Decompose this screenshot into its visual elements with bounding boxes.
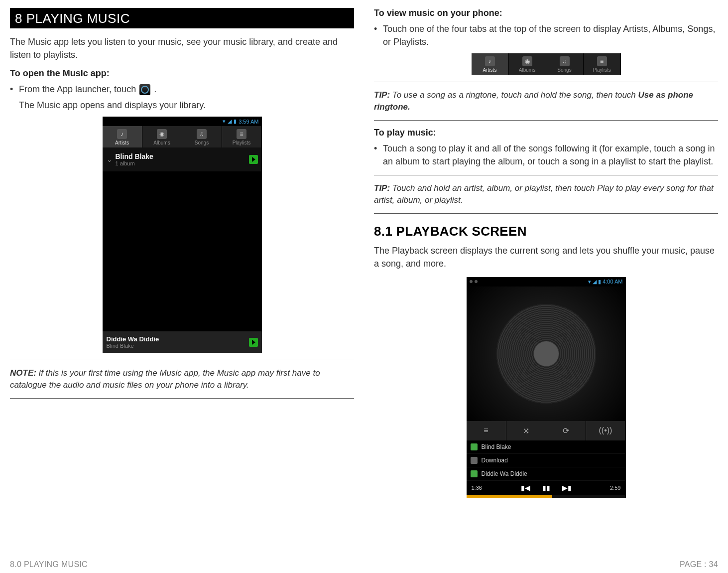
wifi-icon: ▾: [223, 118, 226, 125]
battery-icon: ▮: [598, 279, 601, 285]
divider: [10, 360, 354, 360]
note-label: NOTE:: [10, 368, 36, 378]
tip1-label: TIP:: [374, 90, 390, 100]
pause-button[interactable]: ▮▮: [542, 484, 550, 492]
now-playing-title: Diddie Wa Diddie: [107, 335, 249, 343]
tab-albums[interactable]: ◉ Albums: [142, 126, 182, 147]
section-header: 8 PLAYING MUSIC: [10, 8, 354, 28]
strip-playlists-label: Playlists: [593, 67, 611, 73]
strip-tab-playlists[interactable]: ≡ Playlists: [584, 53, 621, 75]
now-playing-artist: Blind Blake: [107, 343, 249, 349]
meta-album-row[interactable]: Download: [467, 454, 626, 467]
album-art: [467, 286, 626, 421]
view-bullet: Touch one of the four tabs at the top of…: [374, 22, 718, 48]
divider: [374, 82, 718, 82]
footer-right: PAGE : 34: [680, 560, 718, 569]
status-dot: [475, 280, 478, 283]
strip-tab-albums[interactable]: ◉ Albums: [509, 53, 546, 75]
strip-songs-label: Songs: [557, 67, 571, 73]
songs-icon: ♫: [197, 129, 207, 139]
album-icon: [471, 457, 478, 464]
artists-icon: ♪: [117, 129, 127, 139]
note-block: NOTE: If this is your first time using t…: [10, 367, 354, 391]
playlists-icon: ≡: [597, 56, 607, 66]
open-result: The Music app opens and displays your li…: [10, 99, 354, 112]
meta-track: Diddie Wa Diddie: [482, 470, 527, 477]
track-icon: [471, 470, 478, 477]
divider: [374, 213, 718, 214]
tab-artists-label: Artists: [115, 140, 129, 145]
note-body: If this is your first time using the Mus…: [10, 368, 320, 390]
playlist-button[interactable]: ≡: [467, 421, 506, 440]
artist-row[interactable]: ⌄ Blind Blake 1 album: [103, 147, 262, 172]
playback-toolbar: ≡ ⤨ ⟳ ((•)): [467, 421, 626, 440]
divider: [374, 120, 718, 121]
footer-left: 8.0 PLAYING MUSIC: [10, 560, 88, 569]
open-bullet-pre: From the App launcher, touch: [19, 84, 138, 94]
divider: [374, 175, 718, 175]
repeat-button[interactable]: ⟳: [546, 421, 586, 440]
tip1-body: To use a song as a ringtone, touch and h…: [390, 90, 638, 100]
status-time: 4:00 AM: [603, 279, 622, 285]
tabs-strip-illustration: ♪ Artists ◉ Albums ♫ Songs ≡ Playlists: [472, 53, 621, 75]
status-bar: ▾ ◢ ▮ 4:00 AM: [467, 277, 626, 286]
artists-icon: ♪: [485, 56, 495, 66]
playlists-icon: ≡: [237, 129, 246, 139]
meta-album: Download: [482, 457, 508, 464]
wifi-icon: ▾: [588, 279, 591, 285]
strip-albums-label: Albums: [519, 67, 535, 73]
status-bar: ▾ ◢ ▮ 3:59 AM: [103, 117, 262, 126]
prev-button[interactable]: ▮◀: [521, 484, 530, 492]
page-footer: 8.0 PLAYING MUSIC PAGE : 34: [10, 560, 718, 569]
divider: [10, 398, 354, 399]
subsection-title: 8.1 PLAYBACK SCREEN: [374, 224, 718, 239]
next-button[interactable]: ▶▮: [562, 484, 572, 492]
record-disc: [496, 304, 596, 404]
status-time: 3:59 AM: [239, 119, 258, 125]
strip-artists-label: Artists: [483, 67, 497, 73]
tab-albums-label: Albums: [153, 140, 170, 145]
progress-bar[interactable]: [467, 495, 626, 498]
intro-text: The Music app lets you listen to your mu…: [10, 35, 354, 61]
play-artist-button[interactable]: [249, 155, 258, 164]
albums-icon: ◉: [522, 56, 532, 66]
signal-icon: ◢: [228, 118, 232, 125]
tip2-body: Touch and hold an artist, album, or play…: [374, 183, 714, 205]
subsection-intro: The Playback screen displays the current…: [374, 244, 718, 270]
tab-artists[interactable]: ♪ Artists: [103, 126, 142, 147]
now-playing-play-button[interactable]: [249, 338, 258, 347]
progress-fill: [467, 495, 553, 498]
expand-icon: ⌄: [107, 155, 116, 163]
strip-tab-songs[interactable]: ♫ Songs: [546, 53, 584, 75]
tip2-label: TIP:: [374, 183, 390, 193]
tip1-block: TIP: To use a song as a ringtone, touch …: [374, 89, 718, 113]
artist-icon: [471, 443, 478, 450]
artist-name: Blind Blake: [116, 152, 249, 160]
time-total: 2:59: [610, 485, 620, 491]
tab-songs[interactable]: ♫ Songs: [182, 126, 222, 147]
play-heading: To play music:: [374, 128, 718, 138]
open-bullet: From the App launcher, touch .: [10, 83, 354, 96]
screenshot-playback: ▾ ◢ ▮ 4:00 AM ≡ ⤨ ⟳ ((•)) Blind Blake: [467, 277, 626, 498]
shuffle-button[interactable]: ⤨: [506, 421, 546, 440]
music-app-icon: [139, 84, 150, 95]
tab-playlists[interactable]: ≡ Playlists: [222, 126, 262, 147]
now-playing-bar[interactable]: Diddie Wa Diddie Blind Blake: [103, 331, 262, 353]
tip2-block: TIP: Touch and hold an artist, album, or…: [374, 182, 718, 206]
meta-track-row[interactable]: Diddie Wa Diddie: [467, 467, 626, 481]
view-heading: To view music on your phone:: [374, 8, 718, 18]
time-elapsed: 1:36: [472, 485, 482, 491]
albums-icon: ◉: [157, 129, 167, 139]
record-hub: [534, 341, 559, 366]
artist-subtitle: 1 album: [116, 160, 249, 166]
strip-tab-artists[interactable]: ♪ Artists: [472, 53, 509, 75]
transport-bar: 1:36 ▮◀ ▮▮ ▶▮ 2:59: [467, 481, 626, 495]
open-bullet-post: .: [154, 84, 156, 94]
signal-icon: ◢: [593, 279, 597, 285]
tab-songs-label: Songs: [195, 140, 209, 145]
audio-output-button[interactable]: ((•)): [586, 421, 626, 440]
meta-artist-row[interactable]: Blind Blake: [467, 440, 626, 454]
library-tabs: ♪ Artists ◉ Albums ♫ Songs ≡ Playlists: [103, 126, 262, 147]
open-heading: To open the Music app:: [10, 68, 354, 79]
empty-area: [103, 172, 262, 331]
